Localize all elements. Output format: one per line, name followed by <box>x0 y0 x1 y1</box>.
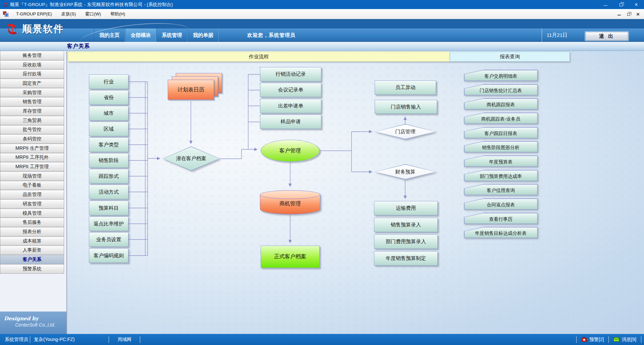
minimize-icon <box>604 5 607 6</box>
report-sales-stage-graph[interactable]: 销售阶段图形分析 <box>464 141 538 152</box>
flow-node-sample-request[interactable]: 样品申请 <box>260 115 321 129</box>
sidebar-item-mrp2-process[interactable]: MRPII 工序管理 <box>0 162 64 171</box>
sidebar-item-inventory[interactable]: 库存管理 <box>0 107 64 116</box>
flow-node-industry[interactable]: 行业 <box>89 74 128 89</box>
brand-logo: 顺景软件 <box>5 22 64 37</box>
flow-node-dept-expense-budget[interactable]: 部门费用预算录入 <box>374 234 438 249</box>
report-customer-transaction-detail[interactable]: 客户交易明细表 <box>464 70 538 81</box>
report-annual-sales-target-analysis[interactable]: 年度销售目标达成分析表 <box>464 227 538 238</box>
flow-node-business-trip[interactable]: 出差申请单 <box>260 99 321 113</box>
report-opportunity-tracking[interactable]: 商机跟踪报表 <box>464 98 538 110</box>
sidebar-item-shopfloor[interactable]: 现场管理 <box>0 171 64 181</box>
sidebar-item-mold[interactable]: 模具管理 <box>0 209 64 218</box>
flow-node-plan-calendar[interactable]: 计划表日历 <box>168 73 223 100</box>
welcome-text: 欢迎您，系统管理员 <box>247 28 296 42</box>
tab-my-documents[interactable]: 我的单据 <box>187 28 219 42</box>
flow-node-transport-cost[interactable]: 运输费用 <box>374 201 438 215</box>
flow-node-finance-budget[interactable]: 财务预算 <box>375 164 436 180</box>
flow-node-city[interactable]: 城市 <box>89 106 128 121</box>
menu-tgroup-erp[interactable]: T-GROUP ERP(E) <box>11 9 57 19</box>
flow-node-formal-customer[interactable]: 正式客户档案 <box>261 246 320 268</box>
sidebar-item-purchasing[interactable]: 采购管理 <box>0 88 64 97</box>
sidebar-item-mrp2-outsourcing[interactable]: MRPII 工序托外 <box>0 153 64 162</box>
window-close-button[interactable]: × <box>629 0 644 9</box>
status-alerts-label: 预警[2] <box>589 337 604 343</box>
menu-skin[interactable]: 皮肤(S) <box>57 9 80 19</box>
flow-node-tracking-form[interactable]: 跟踪形式 <box>89 169 128 184</box>
status-tail <box>641 336 644 343</box>
sidebar-item-payables[interactable]: 应付款项 <box>0 69 64 79</box>
mdi-restore-button[interactable] <box>625 10 633 18</box>
sidebar-item-after-sales[interactable]: 售后服务 <box>0 218 64 227</box>
status-user: 系统管理员 <box>0 336 30 343</box>
tab-system-management[interactable]: 系统管理 <box>156 28 187 42</box>
report-dept-budget-achievement[interactable]: 部门预算费用达成率 <box>464 170 538 181</box>
flow-node-potential-customer[interactable]: 潜在客户档案 <box>163 146 220 171</box>
flow-node-marketing-activity[interactable]: 行销活动记录 <box>260 67 321 81</box>
sidebar-item-alert-system[interactable]: 预警系统 <box>0 264 64 274</box>
flow-node-store-sales-input[interactable]: 门店销售输入 <box>375 100 437 114</box>
sidebar-item-costing[interactable]: 成本核算 <box>0 236 64 246</box>
mdi-minimize-button[interactable] <box>615 10 623 18</box>
flow-node-province[interactable]: 省份 <box>89 90 128 105</box>
menu-window[interactable]: 窗口(W) <box>80 9 106 19</box>
designer-credit-panel: Designed by CenterSoft Co.,Ltd. <box>0 312 66 334</box>
report-view-calendar[interactable]: 查看行事历 <box>464 213 538 224</box>
report-opportunity-tracking-salesman[interactable]: 商机跟踪表-业务员 <box>464 113 538 124</box>
flow-node-activity-method[interactable]: 活动方式 <box>89 185 128 199</box>
status-messages[interactable]: 消息[9] <box>608 336 641 343</box>
mdi-close-button[interactable]: × <box>634 10 642 18</box>
sidebar-item-rnd[interactable]: 研发管理 <box>0 199 64 209</box>
minimize-icon <box>618 15 621 15</box>
status-spacer <box>140 336 576 343</box>
window-title: 顺景『T-GROUP』制造业ERP系统 - 东莞顺景软件科技有限公司 - [系统… <box>10 2 173 8</box>
sidebar-item-quality[interactable]: 品质管理 <box>0 190 64 199</box>
report-annual-budget[interactable]: 年度预算表 <box>464 155 538 167</box>
flow-node-opportunity-management[interactable]: 商机管理 <box>260 190 320 214</box>
sidebar-item-fixed-assets[interactable]: 固定资产 <box>0 79 64 88</box>
header-tabs: 我的主页 全部模块 系统管理 我的单据 <box>94 28 219 42</box>
flow-node-rebate-rate[interactable]: 返点比率维护 <box>89 216 128 231</box>
sidebar-item-mrp2-production[interactable]: MRPII 生产管理 <box>0 144 64 153</box>
window-minimize-button[interactable] <box>598 0 613 9</box>
status-host: 复杂(Young-PC:FZ) <box>30 336 109 343</box>
sidebar-item-receivables[interactable]: 应收款项 <box>0 60 64 70</box>
workflow-section-header: 作业流程 <box>68 52 450 62</box>
report-customer-credit-query[interactable]: 客户信用查询 <box>464 184 538 195</box>
window-restore-button[interactable] <box>613 0 629 9</box>
flow-node-store-management[interactable]: 门店管理 <box>375 124 436 139</box>
exit-button[interactable]: 退 出 <box>585 32 628 41</box>
sidebar-item-hr-payroll[interactable]: 人事薪资 <box>0 246 64 255</box>
flow-node-employee-change[interactable]: 员工异动 <box>375 80 436 95</box>
sidebar-item-accounting[interactable]: 账务管理 <box>0 51 64 60</box>
flow-node-customer-management[interactable]: 客户管理 <box>261 140 320 162</box>
app-header: 顺景软件 我的主页 全部模块 系统管理 我的单据 欢迎您，系统管理员 11月21… <box>0 19 644 42</box>
flow-node-customer-type[interactable]: 客户类型 <box>89 137 128 152</box>
report-contract-rebate[interactable]: 合同返点报表 <box>464 198 538 210</box>
status-alerts[interactable]: 预警[2] <box>576 336 609 343</box>
current-date: 11月21日 <box>542 28 568 42</box>
flow-node-sales-stage[interactable]: 销售阶段 <box>89 153 128 168</box>
flow-node-meeting-record[interactable]: 会议记录单 <box>260 83 321 97</box>
flow-node-region[interactable]: 区域 <box>89 122 128 136</box>
sidebar-item-customer-relations[interactable]: 客户关系 <box>0 255 64 264</box>
sidebar-item-sales[interactable]: 销售管理 <box>0 97 64 107</box>
sidebar-item-barcode-control[interactable]: 条码管控 <box>0 134 64 144</box>
mdi-child-icon <box>3 11 8 16</box>
menu-bar: T-GROUP ERP(E) 皮肤(S) 窗口(W) 帮助(H) × <box>0 9 644 19</box>
sidebar-item-lot-control[interactable]: 批号管控 <box>0 125 64 135</box>
flow-node-annual-sales-budget[interactable]: 年度销售预算制定 <box>374 251 438 266</box>
sidebar-item-triangle-trade[interactable]: 三角贸易 <box>0 116 64 125</box>
menu-help[interactable]: 帮助(H) <box>106 9 130 19</box>
flow-node-salesman-setup[interactable]: 业务员设置 <box>89 232 128 247</box>
tab-all-modules[interactable]: 全部模块 <box>125 28 156 42</box>
flow-node-sales-budget-entry[interactable]: 销售预算录入 <box>374 218 438 232</box>
flow-node-budget-subject[interactable]: 预算科目 <box>89 201 128 215</box>
report-customer-tracking-daily[interactable]: 客户跟踪日报表 <box>464 127 538 138</box>
sidebar-item-kanban[interactable]: 电子看板 <box>0 181 64 190</box>
sidebar-item-report-analysis[interactable]: 报表分析 <box>0 227 64 236</box>
calendar-stack-front: 计划表日历 <box>168 80 214 100</box>
flow-node-customer-code-rule[interactable]: 客户编码规则 <box>89 248 128 263</box>
report-store-sales-summary[interactable]: 门店销售统计汇总表 <box>464 84 538 95</box>
tab-my-home[interactable]: 我的主页 <box>94 28 125 42</box>
